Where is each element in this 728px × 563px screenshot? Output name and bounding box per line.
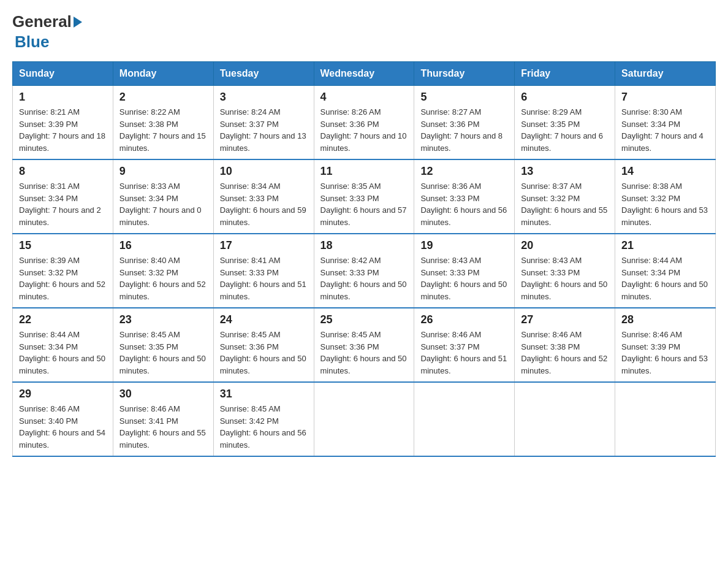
day-info: Sunrise: 8:36 AMSunset: 3:33 PMDaylight:… (420, 182, 507, 227)
day-number: 3 (220, 91, 308, 104)
week-row-4: 22 Sunrise: 8:44 AMSunset: 3:34 PMDaylig… (13, 308, 716, 382)
day-number: 25 (320, 313, 408, 326)
day-number: 11 (320, 165, 408, 178)
calendar-cell: 15 Sunrise: 8:39 AMSunset: 3:32 PMDaylig… (13, 234, 113, 308)
calendar-cell: 9 Sunrise: 8:33 AMSunset: 3:34 PMDayligh… (113, 159, 213, 234)
calendar-cell: 4 Sunrise: 8:26 AMSunset: 3:36 PMDayligh… (314, 86, 414, 160)
day-info: Sunrise: 8:39 AMSunset: 3:32 PMDaylight:… (19, 256, 105, 301)
day-info: Sunrise: 8:31 AMSunset: 3:34 PMDaylight:… (19, 182, 101, 227)
day-number: 7 (621, 91, 709, 104)
calendar-cell: 27 Sunrise: 8:46 AMSunset: 3:38 PMDaylig… (515, 308, 615, 382)
week-row-1: 1 Sunrise: 8:21 AMSunset: 3:39 PMDayligh… (13, 86, 716, 160)
calendar-cell: 3 Sunrise: 8:24 AMSunset: 3:37 PMDayligh… (213, 86, 314, 160)
day-info: Sunrise: 8:42 AMSunset: 3:33 PMDaylight:… (320, 256, 407, 301)
day-info: Sunrise: 8:46 AMSunset: 3:37 PMDaylight:… (420, 330, 507, 375)
day-number: 14 (621, 165, 709, 178)
calendar-cell: 31 Sunrise: 8:45 AMSunset: 3:42 PMDaylig… (213, 382, 314, 456)
day-info: Sunrise: 8:43 AMSunset: 3:33 PMDaylight:… (521, 256, 607, 301)
calendar-cell: 26 Sunrise: 8:46 AMSunset: 3:37 PMDaylig… (414, 308, 515, 382)
day-info: Sunrise: 8:45 AMSunset: 3:42 PMDaylight:… (220, 404, 306, 450)
day-info: Sunrise: 8:46 AMSunset: 3:40 PMDaylight:… (19, 404, 105, 450)
calendar-cell: 1 Sunrise: 8:21 AMSunset: 3:39 PMDayligh… (13, 86, 113, 160)
day-number: 27 (521, 313, 609, 326)
calendar-table: SundayMondayTuesdayWednesdayThursdayFrid… (12, 61, 716, 457)
day-info: Sunrise: 8:26 AMSunset: 3:36 PMDaylight:… (320, 107, 407, 153)
calendar-cell: 20 Sunrise: 8:43 AMSunset: 3:33 PMDaylig… (515, 234, 615, 308)
calendar-header-row: SundayMondayTuesdayWednesdayThursdayFrid… (13, 62, 716, 86)
day-info: Sunrise: 8:46 AMSunset: 3:38 PMDaylight:… (521, 330, 607, 375)
day-number: 8 (19, 165, 107, 178)
calendar-cell: 25 Sunrise: 8:45 AMSunset: 3:36 PMDaylig… (314, 308, 414, 382)
calendar-cell: 17 Sunrise: 8:41 AMSunset: 3:33 PMDaylig… (213, 234, 314, 308)
logo-blue-text: Blue (15, 33, 49, 52)
day-number: 26 (420, 313, 508, 326)
calendar-cell (414, 382, 515, 456)
day-number: 21 (621, 239, 709, 252)
day-number: 9 (119, 165, 207, 178)
day-number: 20 (521, 239, 609, 252)
day-number: 29 (19, 388, 107, 400)
calendar-cell: 21 Sunrise: 8:44 AMSunset: 3:34 PMDaylig… (615, 234, 716, 308)
week-row-5: 29 Sunrise: 8:46 AMSunset: 3:40 PMDaylig… (13, 382, 716, 456)
week-row-3: 15 Sunrise: 8:39 AMSunset: 3:32 PMDaylig… (13, 234, 716, 308)
logo: General Blue (12, 12, 84, 52)
day-number: 16 (119, 239, 207, 252)
day-number: 4 (320, 91, 408, 104)
day-number: 17 (220, 239, 308, 252)
day-info: Sunrise: 8:37 AMSunset: 3:32 PMDaylight:… (521, 182, 607, 227)
calendar-cell: 18 Sunrise: 8:42 AMSunset: 3:33 PMDaylig… (314, 234, 414, 308)
day-info: Sunrise: 8:45 AMSunset: 3:36 PMDaylight:… (320, 330, 407, 375)
day-number: 2 (119, 91, 207, 104)
day-info: Sunrise: 8:44 AMSunset: 3:34 PMDaylight:… (19, 330, 105, 375)
day-number: 30 (119, 388, 207, 400)
calendar-cell: 23 Sunrise: 8:45 AMSunset: 3:35 PMDaylig… (113, 308, 213, 382)
calendar-cell: 30 Sunrise: 8:46 AMSunset: 3:41 PMDaylig… (113, 382, 213, 456)
day-number: 10 (220, 165, 308, 178)
day-info: Sunrise: 8:22 AMSunset: 3:38 PMDaylight:… (119, 107, 206, 153)
calendar-cell: 8 Sunrise: 8:31 AMSunset: 3:34 PMDayligh… (13, 159, 113, 234)
column-header-saturday: Saturday (615, 62, 716, 86)
calendar-cell: 16 Sunrise: 8:40 AMSunset: 3:32 PMDaylig… (113, 234, 213, 308)
logo-general-text: General (12, 12, 72, 31)
day-number: 13 (521, 165, 609, 178)
calendar-cell: 13 Sunrise: 8:37 AMSunset: 3:32 PMDaylig… (515, 159, 615, 234)
column-header-thursday: Thursday (414, 62, 515, 86)
calendar-cell: 14 Sunrise: 8:38 AMSunset: 3:32 PMDaylig… (615, 159, 716, 234)
calendar-cell: 10 Sunrise: 8:34 AMSunset: 3:33 PMDaylig… (213, 159, 314, 234)
day-number: 6 (521, 91, 609, 104)
day-info: Sunrise: 8:24 AMSunset: 3:37 PMDaylight:… (220, 107, 306, 153)
day-info: Sunrise: 8:41 AMSunset: 3:33 PMDaylight:… (220, 256, 306, 301)
day-info: Sunrise: 8:35 AMSunset: 3:33 PMDaylight:… (320, 182, 407, 227)
day-number: 12 (420, 165, 508, 178)
day-info: Sunrise: 8:21 AMSunset: 3:39 PMDaylight:… (19, 107, 105, 153)
page-header: General Blue (12, 12, 716, 52)
column-header-monday: Monday (113, 62, 213, 86)
calendar-cell: 5 Sunrise: 8:27 AMSunset: 3:36 PMDayligh… (414, 86, 515, 160)
calendar-cell: 7 Sunrise: 8:30 AMSunset: 3:34 PMDayligh… (615, 86, 716, 160)
day-info: Sunrise: 8:46 AMSunset: 3:39 PMDaylight:… (621, 330, 708, 375)
column-header-sunday: Sunday (13, 62, 113, 86)
calendar-cell: 19 Sunrise: 8:43 AMSunset: 3:33 PMDaylig… (414, 234, 515, 308)
day-info: Sunrise: 8:29 AMSunset: 3:35 PMDaylight:… (521, 107, 603, 153)
day-info: Sunrise: 8:44 AMSunset: 3:34 PMDaylight:… (621, 256, 708, 301)
day-info: Sunrise: 8:33 AMSunset: 3:34 PMDaylight:… (119, 182, 202, 227)
day-info: Sunrise: 8:34 AMSunset: 3:33 PMDaylight:… (220, 182, 306, 227)
day-number: 19 (420, 239, 508, 252)
day-number: 22 (19, 313, 107, 326)
day-info: Sunrise: 8:43 AMSunset: 3:33 PMDaylight:… (420, 256, 507, 301)
column-header-wednesday: Wednesday (314, 62, 414, 86)
calendar-cell (515, 382, 615, 456)
logo-arrow-icon (74, 17, 82, 28)
calendar-cell (615, 382, 716, 456)
calendar-cell: 12 Sunrise: 8:36 AMSunset: 3:33 PMDaylig… (414, 159, 515, 234)
column-header-friday: Friday (515, 62, 615, 86)
calendar-cell: 29 Sunrise: 8:46 AMSunset: 3:40 PMDaylig… (13, 382, 113, 456)
day-info: Sunrise: 8:45 AMSunset: 3:35 PMDaylight:… (119, 330, 206, 375)
day-info: Sunrise: 8:40 AMSunset: 3:32 PMDaylight:… (119, 256, 206, 301)
calendar-cell (314, 382, 414, 456)
calendar-cell: 24 Sunrise: 8:45 AMSunset: 3:36 PMDaylig… (213, 308, 314, 382)
calendar-cell: 11 Sunrise: 8:35 AMSunset: 3:33 PMDaylig… (314, 159, 414, 234)
day-number: 28 (621, 313, 709, 326)
day-info: Sunrise: 8:27 AMSunset: 3:36 PMDaylight:… (420, 107, 502, 153)
week-row-2: 8 Sunrise: 8:31 AMSunset: 3:34 PMDayligh… (13, 159, 716, 234)
